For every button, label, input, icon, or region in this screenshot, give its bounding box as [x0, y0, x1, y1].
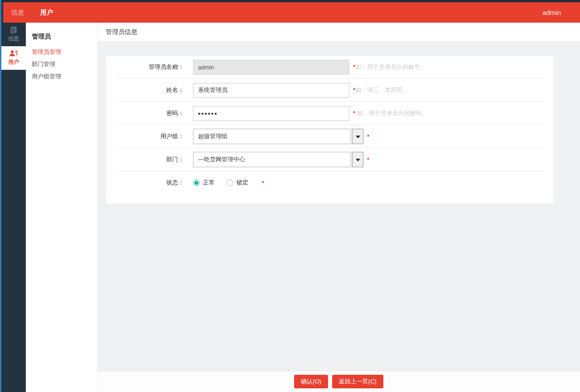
admin-name-hint: *如：用于登录后台的账号。 [353, 63, 426, 71]
status-label: 状态： [106, 179, 184, 187]
user-group-selected-option: 超级管理组 [193, 129, 351, 144]
radio-status-locked[interactable] [227, 179, 233, 186]
name-label: 姓名： [106, 86, 184, 94]
hint-text: 如：用于登录后台的密码。 [355, 110, 428, 116]
radio-label-normal[interactable]: 正常 [203, 179, 215, 187]
hint-text: 如：张三、李四等。 [355, 87, 408, 93]
icon-sidebar: 信息 用户 [1, 2, 26, 392]
form-row-admin-name: 管理员名称： *如：用于登录后台的账号。 [106, 56, 553, 78]
radio-dot [194, 181, 198, 185]
nav-tab-messages[interactable]: 信息 [3, 2, 32, 23]
submenu-item-usergroup-management[interactable]: 用户组管理 [32, 73, 97, 80]
name-hint: *如：张三、李四等。 [353, 86, 408, 94]
form-row-password: 密码： * 如：用于登录后台的密码。 [106, 102, 553, 125]
sidebar-item-label: 用户 [8, 58, 19, 66]
form-row-user-group: 用户组： 超级管理组 * [106, 125, 553, 148]
hint-text: 如：用于登录后台的账号。 [355, 63, 426, 70]
status-radio-group: 正常 锁定 * [193, 179, 264, 187]
admin-name-input[interactable] [193, 60, 349, 75]
submenu-item-admin-management[interactable]: 管理员管理 [32, 49, 97, 55]
password-label: 密码： [106, 109, 184, 117]
dropdown-arrow-icon[interactable] [352, 152, 363, 167]
user-group-select[interactable]: 超级管理组 [193, 129, 363, 144]
required-asterisk: * [262, 179, 264, 186]
window-top-edge [0, 0, 580, 2]
password-input[interactable] [193, 106, 349, 121]
user-icon [10, 50, 18, 57]
form-action-bar: 确认(O) 返回上一页(C) [97, 371, 580, 392]
admin-info-form: 管理员名称： *如：用于登录后台的账号。 姓名： *如：张三、李四等。 密码： … [106, 55, 554, 204]
required-asterisk: * [367, 133, 369, 140]
radio-label-locked[interactable]: 锁定 [237, 179, 248, 187]
form-row-department: 部门： —吃货网管理中心 * [106, 148, 553, 171]
page-title: 管理员信息 [97, 23, 580, 42]
documents-icon [10, 26, 17, 34]
confirm-button[interactable]: 确认(O) [294, 375, 328, 388]
sidebar-item-label: 信息 [8, 35, 19, 43]
submenu-heading: 管理员 [32, 33, 97, 41]
submenu-item-department-management[interactable]: 部门管理 [32, 61, 97, 68]
nav-tab-users[interactable]: 用户 [32, 2, 61, 23]
department-select[interactable]: —吃货网管理中心 [193, 152, 363, 167]
top-navbar: 信息 用户 admin [3, 2, 580, 23]
secondary-sidebar: 管理员 管理员管理 部门管理 用户组管理 [26, 23, 97, 392]
user-group-label: 用户组： [106, 132, 184, 140]
window-left-edge [0, 0, 1, 392]
form-row-status: 状态： 正常 锁定 * [106, 171, 553, 194]
back-button[interactable]: 返回上一页(C) [332, 375, 383, 388]
sidebar-item-messages[interactable]: 信息 [1, 23, 26, 46]
required-asterisk: * [367, 156, 369, 163]
form-row-name: 姓名： *如：张三、李四等。 [106, 79, 553, 102]
logged-in-username[interactable]: admin [542, 9, 561, 16]
content-body: 管理员名称： *如：用于登录后台的账号。 姓名： *如：张三、李四等。 密码： … [97, 42, 580, 371]
sidebar-item-users[interactable]: 用户 [1, 46, 26, 70]
password-hint: * 如：用于登录后台的密码。 [353, 109, 428, 117]
main-content: 管理员信息 管理员名称： *如：用于登录后台的账号。 姓名： *如：张三、李四等… [97, 23, 580, 392]
dropdown-arrow-icon[interactable] [352, 129, 363, 144]
radio-status-normal[interactable] [193, 179, 200, 186]
name-input[interactable] [193, 83, 349, 98]
department-label: 部门： [106, 155, 184, 164]
admin-name-label: 管理员名称： [106, 63, 184, 71]
department-selected-option: —吃货网管理中心 [193, 152, 351, 167]
